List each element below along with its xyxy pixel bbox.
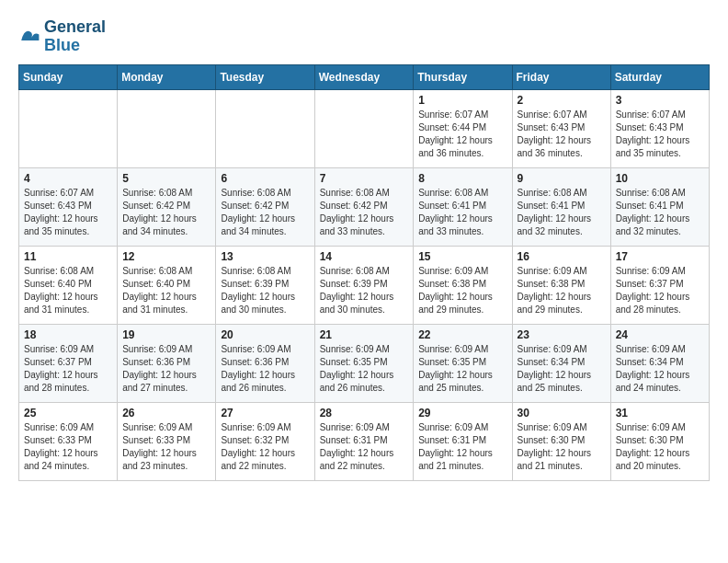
calendar-table: SundayMondayTuesdayWednesdayThursdayFrid…	[18, 64, 710, 481]
day-number: 13	[221, 250, 309, 263]
calendar-day-cell: 7Sunrise: 6:08 AM Sunset: 6:42 PM Daylig…	[314, 167, 414, 246]
day-info: Sunrise: 6:07 AM Sunset: 6:44 PM Dayligh…	[418, 109, 506, 160]
day-number: 4	[24, 172, 112, 185]
day-number: 25	[24, 407, 112, 419]
calendar-day-cell: 27Sunrise: 6:09 AM Sunset: 6:32 PM Dayli…	[216, 402, 314, 480]
logo-text: General Blue	[44, 18, 106, 55]
day-info: Sunrise: 6:09 AM Sunset: 6:32 PM Dayligh…	[221, 421, 309, 473]
calendar-day-cell: 29Sunrise: 6:09 AM Sunset: 6:31 PM Dayli…	[414, 402, 512, 480]
day-number: 11	[24, 250, 112, 263]
day-number: 3	[616, 94, 704, 107]
day-info: Sunrise: 6:08 AM Sunset: 6:42 PM Dayligh…	[320, 187, 409, 238]
calendar-day-cell: 31Sunrise: 6:09 AM Sunset: 6:30 PM Dayli…	[610, 402, 709, 480]
calendar-day-cell	[118, 89, 216, 167]
day-info: Sunrise: 6:08 AM Sunset: 6:39 PM Dayligh…	[320, 265, 409, 316]
calendar-day-cell: 6Sunrise: 6:08 AM Sunset: 6:42 PM Daylig…	[216, 167, 314, 246]
day-info: Sunrise: 6:07 AM Sunset: 6:43 PM Dayligh…	[24, 187, 112, 238]
calendar-day-cell: 9Sunrise: 6:08 AM Sunset: 6:41 PM Daylig…	[512, 167, 610, 246]
day-number: 29	[418, 407, 506, 419]
calendar-day-cell: 30Sunrise: 6:09 AM Sunset: 6:30 PM Dayli…	[512, 402, 610, 480]
day-info: Sunrise: 6:08 AM Sunset: 6:41 PM Dayligh…	[518, 187, 606, 238]
day-info: Sunrise: 6:09 AM Sunset: 6:31 PM Dayligh…	[320, 421, 409, 473]
weekday-header-row: SundayMondayTuesdayWednesdayThursdayFrid…	[19, 64, 710, 89]
weekday-header-cell: Monday	[118, 64, 216, 89]
day-info: Sunrise: 6:09 AM Sunset: 6:36 PM Dayligh…	[221, 343, 309, 395]
calendar-day-cell: 1Sunrise: 6:07 AM Sunset: 6:44 PM Daylig…	[414, 89, 512, 167]
day-number: 22	[418, 328, 506, 341]
calendar-day-cell: 10Sunrise: 6:08 AM Sunset: 6:41 PM Dayli…	[610, 167, 709, 246]
calendar-week-row: 11Sunrise: 6:08 AM Sunset: 6:40 PM Dayli…	[19, 246, 710, 324]
calendar-week-row: 4Sunrise: 6:07 AM Sunset: 6:43 PM Daylig…	[19, 167, 710, 246]
day-info: Sunrise: 6:09 AM Sunset: 6:31 PM Dayligh…	[418, 421, 506, 473]
day-info: Sunrise: 6:09 AM Sunset: 6:33 PM Dayligh…	[122, 421, 210, 473]
day-info: Sunrise: 6:09 AM Sunset: 6:33 PM Dayligh…	[24, 421, 112, 473]
calendar-day-cell: 5Sunrise: 6:08 AM Sunset: 6:42 PM Daylig…	[118, 167, 216, 246]
day-number: 31	[616, 407, 704, 419]
day-info: Sunrise: 6:09 AM Sunset: 6:36 PM Dayligh…	[122, 343, 210, 395]
day-info: Sunrise: 6:09 AM Sunset: 6:35 PM Dayligh…	[418, 343, 506, 395]
logo-icon	[18, 26, 40, 48]
day-number: 24	[616, 328, 704, 341]
day-number: 9	[518, 172, 606, 185]
calendar-week-row: 25Sunrise: 6:09 AM Sunset: 6:33 PM Dayli…	[19, 402, 710, 480]
day-number: 20	[221, 328, 309, 341]
day-number: 21	[320, 328, 409, 341]
calendar-day-cell: 2Sunrise: 6:07 AM Sunset: 6:43 PM Daylig…	[512, 89, 610, 167]
calendar-day-cell: 23Sunrise: 6:09 AM Sunset: 6:34 PM Dayli…	[512, 324, 610, 402]
calendar-day-cell: 14Sunrise: 6:08 AM Sunset: 6:39 PM Dayli…	[314, 246, 414, 324]
calendar-day-cell: 28Sunrise: 6:09 AM Sunset: 6:31 PM Dayli…	[314, 402, 414, 480]
calendar-day-cell: 11Sunrise: 6:08 AM Sunset: 6:40 PM Dayli…	[19, 246, 118, 324]
day-number: 17	[616, 250, 704, 263]
day-number: 2	[518, 94, 606, 107]
day-info: Sunrise: 6:09 AM Sunset: 6:34 PM Dayligh…	[518, 343, 606, 395]
calendar-day-cell	[314, 89, 414, 167]
calendar-week-row: 18Sunrise: 6:09 AM Sunset: 6:37 PM Dayli…	[19, 324, 710, 402]
calendar-day-cell: 12Sunrise: 6:08 AM Sunset: 6:40 PM Dayli…	[118, 246, 216, 324]
day-info: Sunrise: 6:09 AM Sunset: 6:35 PM Dayligh…	[320, 343, 409, 395]
calendar-day-cell: 3Sunrise: 6:07 AM Sunset: 6:43 PM Daylig…	[610, 89, 709, 167]
calendar-day-cell: 15Sunrise: 6:09 AM Sunset: 6:38 PM Dayli…	[414, 246, 512, 324]
weekday-header-cell: Sunday	[19, 64, 118, 89]
calendar-week-row: 1Sunrise: 6:07 AM Sunset: 6:44 PM Daylig…	[19, 89, 710, 167]
day-number: 16	[518, 250, 606, 263]
day-number: 12	[122, 250, 210, 263]
calendar-day-cell: 16Sunrise: 6:09 AM Sunset: 6:38 PM Dayli…	[512, 246, 610, 324]
day-number: 10	[616, 172, 704, 185]
day-number: 19	[122, 328, 210, 341]
calendar-day-cell: 13Sunrise: 6:08 AM Sunset: 6:39 PM Dayli…	[216, 246, 314, 324]
calendar-day-cell: 21Sunrise: 6:09 AM Sunset: 6:35 PM Dayli…	[314, 324, 414, 402]
calendar-day-cell	[19, 89, 118, 167]
day-info: Sunrise: 6:07 AM Sunset: 6:43 PM Dayligh…	[616, 109, 704, 160]
calendar-body: 1Sunrise: 6:07 AM Sunset: 6:44 PM Daylig…	[19, 89, 710, 480]
day-info: Sunrise: 6:09 AM Sunset: 6:34 PM Dayligh…	[616, 343, 704, 395]
day-number: 18	[24, 328, 112, 341]
day-info: Sunrise: 6:09 AM Sunset: 6:37 PM Dayligh…	[616, 265, 704, 316]
day-number: 1	[418, 94, 506, 107]
day-info: Sunrise: 6:09 AM Sunset: 6:37 PM Dayligh…	[24, 343, 112, 395]
calendar-day-cell: 24Sunrise: 6:09 AM Sunset: 6:34 PM Dayli…	[610, 324, 709, 402]
calendar-day-cell: 8Sunrise: 6:08 AM Sunset: 6:41 PM Daylig…	[414, 167, 512, 246]
day-number: 8	[418, 172, 506, 185]
day-info: Sunrise: 6:08 AM Sunset: 6:42 PM Dayligh…	[221, 187, 309, 238]
day-info: Sunrise: 6:08 AM Sunset: 6:40 PM Dayligh…	[24, 265, 112, 316]
calendar-day-cell: 22Sunrise: 6:09 AM Sunset: 6:35 PM Dayli…	[414, 324, 512, 402]
day-number: 27	[221, 407, 309, 419]
day-number: 6	[221, 172, 309, 185]
day-info: Sunrise: 6:09 AM Sunset: 6:38 PM Dayligh…	[518, 265, 606, 316]
calendar-day-cell: 4Sunrise: 6:07 AM Sunset: 6:43 PM Daylig…	[19, 167, 118, 246]
weekday-header-cell: Saturday	[610, 64, 709, 89]
calendar-day-cell: 18Sunrise: 6:09 AM Sunset: 6:37 PM Dayli…	[19, 324, 118, 402]
day-number: 26	[122, 407, 210, 419]
day-number: 23	[518, 328, 606, 341]
day-info: Sunrise: 6:09 AM Sunset: 6:38 PM Dayligh…	[418, 265, 506, 316]
weekday-header-cell: Tuesday	[216, 64, 314, 89]
day-info: Sunrise: 6:09 AM Sunset: 6:30 PM Dayligh…	[518, 421, 606, 473]
day-number: 30	[518, 407, 606, 419]
logo: General Blue	[18, 18, 106, 55]
day-info: Sunrise: 6:08 AM Sunset: 6:41 PM Dayligh…	[616, 187, 704, 238]
calendar-day-cell: 25Sunrise: 6:09 AM Sunset: 6:33 PM Dayli…	[19, 402, 118, 480]
day-info: Sunrise: 6:08 AM Sunset: 6:39 PM Dayligh…	[221, 265, 309, 316]
day-number: 15	[418, 250, 506, 263]
calendar-day-cell	[216, 89, 314, 167]
calendar-day-cell: 17Sunrise: 6:09 AM Sunset: 6:37 PM Dayli…	[610, 246, 709, 324]
